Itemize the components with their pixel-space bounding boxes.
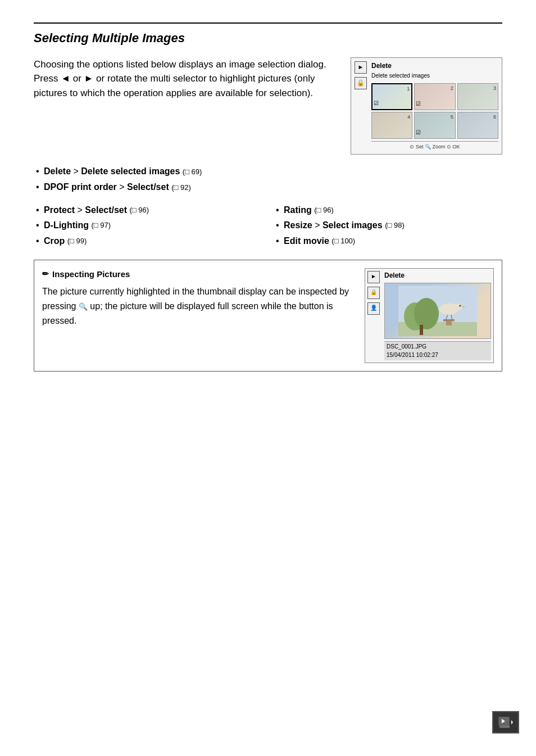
corner-play-icon: [492, 711, 519, 734]
svg-point-6: [453, 304, 462, 310]
protect-button-bottom: 🔒: [367, 287, 380, 299]
pencil-icon: ✏: [42, 268, 49, 279]
thumbnails-grid: 1 ☑ 2 ☑ 3 4 5 ☑: [371, 83, 498, 139]
bottom-screen-info: DSC_0001.JPG 15/04/2011 10:02:27: [384, 341, 491, 360]
bottom-screen-title: Delete: [384, 271, 491, 280]
svg-rect-22: [499, 726, 510, 727]
bullet-list-top: Delete > Delete selected images (□ 69) D…: [34, 165, 502, 194]
page-title: Selecting Multiple Images: [34, 22, 502, 47]
play-button: ►: [355, 61, 367, 74]
screen-delete-subtitle: Delete selected images: [371, 72, 498, 80]
bullet-resize: Resize > Select images (□ 98): [274, 218, 502, 233]
intro-text: Choosing the options listed below displa…: [34, 57, 339, 101]
inspecting-title: ✏ Inspecting Pictures: [42, 268, 356, 280]
svg-rect-23: [499, 727, 510, 728]
bullet-crop: Crop (□ 99): [34, 234, 262, 248]
bullet-dlighting: D-Lighting (□ 97): [34, 218, 262, 233]
svg-point-7: [460, 305, 461, 307]
screen-delete-title: Delete: [371, 61, 498, 71]
bottom-screen-image: [384, 283, 491, 339]
inspecting-text: The picture currently highlighted in the…: [42, 284, 356, 328]
protect-button: 🔒: [355, 77, 367, 89]
svg-rect-16: [443, 319, 455, 321]
screen-controls: ⊙ Set 🔍 Zoom ⊙ OK: [371, 141, 498, 151]
bullet-protect: Protect > Select/set (□ 96): [34, 203, 262, 218]
bullet-dpof: DPOF print order > Select/set (□ 92): [34, 180, 502, 194]
svg-point-3: [414, 298, 439, 329]
bullet-delete: Delete > Delete selected images (□ 69): [34, 165, 502, 178]
inspecting-box: ✏ Inspecting Pictures The picture curren…: [34, 260, 502, 372]
bullet-editmovie: Edit movie (□ 100): [274, 234, 502, 248]
bullet-rating: Rating (□ 96): [274, 203, 502, 218]
bottom-camera-screen: ► 🔒 👤 Delete: [365, 268, 494, 363]
svg-rect-4: [420, 325, 423, 335]
top-camera-screen: ► 🔒 Delete Delete selected images 1 ☑ 2 …: [351, 57, 502, 155]
two-col-bullets: Protect > Select/set (□ 96) Rating (□ 96…: [34, 203, 502, 248]
svg-rect-17: [446, 321, 452, 325]
play-button-bottom: ►: [367, 271, 380, 283]
person-button-bottom: 👤: [367, 302, 380, 315]
